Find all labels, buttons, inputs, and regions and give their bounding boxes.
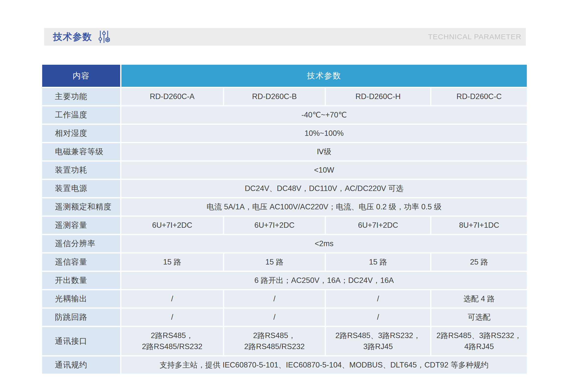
row-label: 装置电源	[42, 180, 120, 197]
row-label: 通讯接口	[42, 327, 120, 355]
table-header-params: 技术参数	[121, 65, 527, 87]
table-cell: /	[121, 309, 223, 326]
table-row-signal-resolution: 遥信分辨率 <2ms	[42, 235, 527, 252]
table-row-optocoupler-output: 光耦输出 / / / 选配 4 路	[42, 290, 527, 308]
table-cell: /	[224, 309, 325, 326]
table-row-relative-humidity: 相对湿度 10%~100%	[42, 125, 527, 142]
table-cell: 可选配	[431, 309, 527, 326]
technical-parameter-table: 内容 技术参数 主要功能 RD-D260C-A RD-D260C-B RD-D2…	[42, 65, 527, 375]
table-row-output-count: 开出数量 6 路开出；AC250V，16A；DC24V，16A	[42, 272, 527, 289]
table-row-telemetry-capacity: 遥测容量 6U+7I+2DC 6U+7I+2DC 6U+7I+2DC 8U+7I…	[42, 217, 527, 234]
table-row-main-function: 主要功能 RD-D260C-A RD-D260C-B RD-D260C-H RD…	[42, 88, 527, 105]
table-cell: 选配 4 路	[431, 290, 527, 308]
merged-cell: 10%~100%	[121, 125, 527, 142]
table-cell: RD-D260C-B	[224, 88, 325, 105]
row-label: 遥测容量	[42, 217, 120, 234]
row-label: 通讯规约	[42, 356, 120, 374]
merged-cell: DC24V、DC48V，DC110V，AC/DC220V 可选	[121, 180, 527, 197]
table-row-antipump-circuit: 防跳回路 / / / 可选配	[42, 309, 527, 326]
table-cell: 25 路	[431, 253, 527, 271]
table-cell: /	[326, 309, 430, 326]
row-label: 遥信分辨率	[42, 235, 120, 252]
row-label: 遥信容量	[42, 253, 120, 271]
table-cell: RD-D260C-C	[431, 88, 527, 105]
table-cell: 6U+7I+2DC	[326, 217, 430, 234]
row-label: 电磁兼容等级	[42, 143, 120, 160]
row-label: 开出数量	[42, 272, 120, 289]
merged-cell: 电流 5A/1A，电压 AC100V/AC220V；电流、电压 0.2 级，功率…	[121, 198, 527, 215]
row-label: 防跳回路	[42, 309, 120, 326]
row-label: 主要功能	[42, 88, 120, 105]
table-cell: 2路RS485、3路RS232， 3路RJ45	[326, 327, 430, 355]
table-row-telemetry-rating-accuracy: 遥测额定和精度 电流 5A/1A，电压 AC100V/AC220V；电流、电压 …	[42, 198, 527, 215]
row-label: 装置功耗	[42, 162, 120, 179]
table-cell: RD-D260C-A	[121, 88, 223, 105]
page-title: 技术参数	[53, 31, 92, 43]
table-cell: 6U+7I+2DC	[224, 217, 325, 234]
table-cell: 15 路	[121, 253, 223, 271]
row-label: 光耦输出	[42, 290, 120, 308]
table-row-communication-protocol: 通讯规约 支持多主站，提供 IEC60870-5-101、IEC60870-5-…	[42, 356, 527, 374]
merged-cell: -40℃~+70℃	[121, 106, 527, 124]
table-row-emc-level: 电磁兼容等级 Ⅳ级	[42, 143, 527, 160]
section-subtitle: TECHNICAL PARAMETER	[428, 33, 521, 41]
table-cell: 15 路	[326, 253, 430, 271]
merged-cell: <2ms	[121, 235, 527, 252]
table-cell: 15 路	[224, 253, 325, 271]
merged-cell: 支持多主站，提供 IEC60870-5-101、IEC60870-5-104、M…	[121, 356, 527, 374]
table-row-power-consumption: 装置功耗 <10W	[42, 162, 527, 179]
sliders-icon	[98, 30, 110, 44]
table-cell: 6U+7I+2DC	[121, 217, 223, 234]
row-label: 遥测额定和精度	[42, 198, 120, 215]
table-row-communication-interface: 通讯接口 2路RS485， 2路RS485/RS232 2路RS485， 2路R…	[42, 327, 527, 355]
table-row-power-supply: 装置电源 DC24V、DC48V，DC110V，AC/DC220V 可选	[42, 180, 527, 197]
table-cell: /	[224, 290, 325, 308]
table-header-content: 内容	[42, 65, 120, 87]
merged-cell: Ⅳ级	[121, 143, 527, 160]
table-cell: 8U+7I+1DC	[431, 217, 527, 234]
table-cell: /	[121, 290, 223, 308]
table-row-working-temperature: 工作温度 -40℃~+70℃	[42, 106, 527, 124]
page: 技术参数 TECHNICAL PARAMETER 内容 技术参数 主要功能 RD…	[0, 0, 568, 392]
table-cell: 2路RS485， 2路RS485/RS232	[121, 327, 223, 355]
table-cell: RD-D260C-H	[326, 88, 430, 105]
section-title-bar: 技术参数 TECHNICAL PARAMETER	[44, 28, 526, 46]
table-row-signal-capacity: 遥信容量 15 路 15 路 15 路 25 路	[42, 253, 527, 271]
merged-cell: 6 路开出；AC250V，16A；DC24V，16A	[121, 272, 527, 289]
row-label: 工作温度	[42, 106, 120, 124]
table-cell: 2路RS485， 2路RS485/RS232	[224, 327, 325, 355]
table-header-row: 内容 技术参数	[42, 65, 527, 87]
table-cell: 2路RS485、3路RS232， 4路RJ45	[431, 327, 527, 355]
row-label: 相对湿度	[42, 125, 120, 142]
table-cell: /	[326, 290, 430, 308]
merged-cell: <10W	[121, 162, 527, 179]
